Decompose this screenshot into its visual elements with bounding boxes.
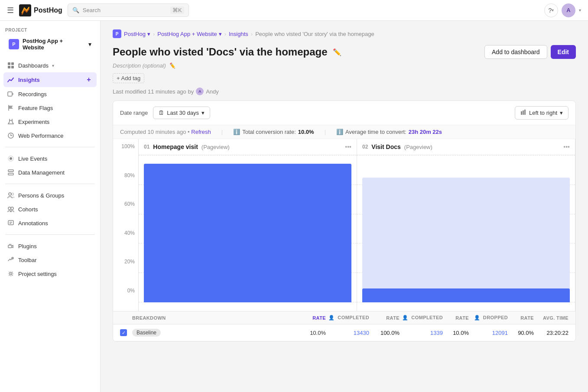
checkbox-icon[interactable]: ✓ <box>120 329 127 336</box>
page-actions: Add to dashboard Edit <box>484 45 576 59</box>
svg-rect-27 <box>521 111 522 115</box>
svg-rect-19 <box>8 220 13 225</box>
row-avgtime: 23:20:22 <box>534 330 569 336</box>
date-chevron: ▾ <box>201 110 205 116</box>
sidebar-item-persons[interactable]: Persons & Groups <box>3 188 97 202</box>
col-1-menu[interactable]: ••• <box>345 143 351 150</box>
sidebar-item-toolbar[interactable]: Toolbar <box>3 253 97 267</box>
breadcrumb-project-badge-link[interactable]: P <box>113 29 121 38</box>
annotations-icon <box>7 219 15 227</box>
avg-time-value: 23h 20m 22s <box>409 129 442 135</box>
info-icon-2: ℹ️ <box>336 129 343 135</box>
breadcrumb-posthog-chevron: ▾ <box>147 31 150 37</box>
sidebar-item-cohorts[interactable]: Cohorts <box>3 202 97 216</box>
sidebar-item-dashboards[interactable]: Dashboards ▾ <box>3 58 97 72</box>
direction-chart-icon <box>520 109 526 117</box>
users-icon-3: 👤 <box>474 315 480 320</box>
header-avgtime: AVG. TIME <box>534 315 569 321</box>
funnel-table: Breakdown RATE 👤 COMPLETED RATE 👤 COMPLE… <box>113 311 575 341</box>
sidebar-section-people: Persons & Groups Cohorts Annotations <box>0 187 100 232</box>
date-picker-button[interactable]: 🗓 Last 30 days ▾ <box>153 107 210 119</box>
sidebar-label-feature-flags: Feature Flags <box>18 105 53 111</box>
help-icon: ? <box>549 7 552 14</box>
sidebar-label-web-performance: Web Performance <box>18 133 64 139</box>
bar-full <box>144 164 351 302</box>
col-2-menu[interactable]: ••• <box>563 143 570 150</box>
user-avatar[interactable]: A <box>562 3 575 17</box>
sidebar-label-data-management: Data Management <box>18 169 65 176</box>
computed-text: Computed 10 minutes ago • Refresh <box>120 129 211 135</box>
page-title: People who visted 'Docs' via the homepag… <box>113 46 328 58</box>
breadcrumb-app-link[interactable]: PostHog App + Website ▾ <box>157 31 221 37</box>
search-bar[interactable]: 🔍 Search ⌘K <box>68 3 189 17</box>
total-conversion-stat: ℹ️ Total conversion rate: 10.0% <box>233 129 314 135</box>
sidebar-item-plugins[interactable]: Plugins <box>3 239 97 253</box>
help-button[interactable]: ? ▾ <box>544 3 558 17</box>
row-completed2[interactable]: 1339 <box>400 330 443 336</box>
search-placeholder: Search <box>83 7 101 13</box>
menu-icon[interactable]: ☰ <box>7 6 14 15</box>
breadcrumb-sep-3: › <box>251 31 253 37</box>
y-20: 20% <box>113 259 135 265</box>
toolbar-icon <box>7 256 15 264</box>
sidebar-item-data-management[interactable]: Data Management <box>3 165 97 179</box>
svg-point-15 <box>9 193 11 195</box>
row-rate1: 100.0% <box>369 330 400 336</box>
insights-plus[interactable]: + <box>84 75 93 84</box>
sidebar-item-live-events[interactable]: Live Events <box>3 152 97 165</box>
sidebar-item-insights[interactable]: Insights + <box>3 72 97 87</box>
project-selector[interactable]: P PostHog App + Website ▾ <box>5 35 95 53</box>
modified-avatar: A <box>196 87 204 95</box>
sidebar-item-experiments[interactable]: Experiments <box>3 115 97 129</box>
edit-button[interactable]: Edit <box>551 45 576 59</box>
direction-button[interactable]: Left to right ▾ <box>515 106 569 120</box>
svg-rect-28 <box>523 110 524 115</box>
data-management-icon <box>7 168 15 176</box>
funnel-col-1-header: 01 Homepage visit (Pageview) ••• <box>139 139 357 155</box>
sidebar-item-feature-flags[interactable]: Feature Flags <box>3 101 97 115</box>
direction-label: Left to right <box>529 110 557 116</box>
breadcrumb-app-label: PostHog App + Website <box>157 31 217 37</box>
dashboards-icon <box>7 62 15 69</box>
funnel-bar-area-2 <box>357 155 575 311</box>
breadcrumb-current: People who visted 'Our story' via the ho… <box>255 31 374 37</box>
row-breakdown: Baseline <box>132 329 296 337</box>
breadcrumb-sep-2: › <box>224 31 226 37</box>
breadcrumb-posthog-label: PostHog <box>124 31 146 37</box>
breadcrumb-insights-link[interactable]: Insights <box>229 31 248 37</box>
modified-row: Last modified 11 minutes ago by A Andy <box>113 87 576 95</box>
sidebar-item-recordings[interactable]: Recordings <box>3 87 97 101</box>
feature-flags-icon <box>7 104 15 112</box>
col-1-num: 01 <box>144 144 149 150</box>
y-axis: 100% 80% 60% 40% 20% 0% <box>113 139 138 311</box>
breadcrumb-posthog-link[interactable]: PostHog ▾ <box>124 31 150 37</box>
search-icon: 🔍 <box>72 7 79 13</box>
topbar-right: ? ▾ A ▾ <box>544 3 581 17</box>
title-edit-icon[interactable]: ✏️ <box>333 48 341 56</box>
bar-actual <box>362 288 570 302</box>
header-breakdown: Breakdown <box>132 315 296 321</box>
header-rate2: RATE <box>443 315 469 321</box>
row-checkbox[interactable]: ✓ <box>120 329 132 337</box>
svg-rect-13 <box>8 173 13 175</box>
sidebar-item-annotations[interactable]: Annotations <box>3 216 97 230</box>
experiments-icon <box>7 118 15 126</box>
project-name: PostHog App + Website <box>23 38 85 51</box>
refresh-link[interactable]: Refresh <box>191 129 211 135</box>
topbar: ☰ PostHog 🔍 Search ⌘K ? ▾ A ▾ <box>0 0 588 21</box>
sidebar-label-plugins: Plugins <box>18 243 37 249</box>
chart-stats: Computed 10 minutes ago • Refresh | ℹ️ T… <box>113 125 575 139</box>
add-to-dashboard-button[interactable]: Add to dashboard <box>484 45 547 59</box>
sidebar-label-dashboards: Dashboards <box>18 62 49 69</box>
row-dropped[interactable]: 12091 <box>469 330 508 336</box>
plugins-icon <box>7 242 15 250</box>
table-header: Breakdown RATE 👤 COMPLETED RATE 👤 COMPLE… <box>113 311 575 324</box>
sidebar-item-project-settings[interactable]: Project settings <box>3 267 97 281</box>
row-completed1[interactable]: 13430 <box>326 330 369 336</box>
sidebar-item-web-performance[interactable]: Web Performance <box>3 129 97 143</box>
cohorts-icon <box>7 205 15 213</box>
description-edit-icon[interactable]: ✏️ <box>169 62 175 69</box>
web-performance-icon <box>7 132 15 139</box>
add-tag-button[interactable]: + Add tag <box>113 73 144 83</box>
col-2-num: 02 <box>362 144 368 150</box>
